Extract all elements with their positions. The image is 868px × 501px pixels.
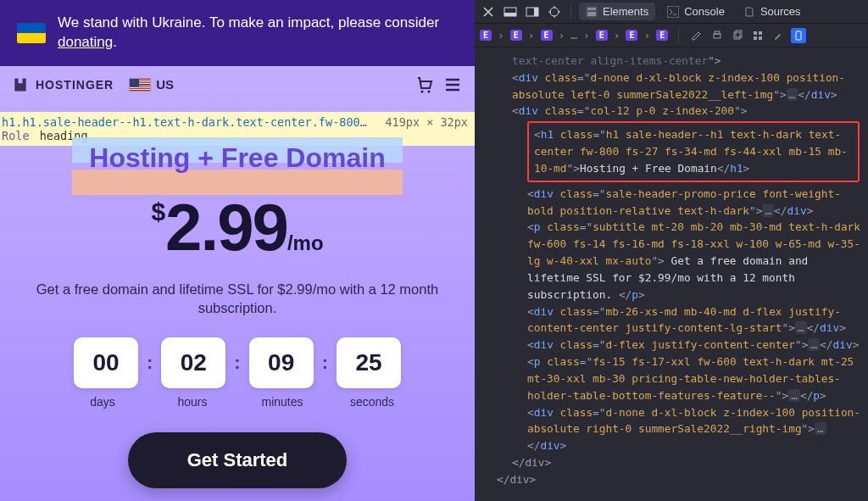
print-icon[interactable] [709,28,725,43]
banner-text-after: . [113,34,117,50]
dom-node[interactable]: <div class="d-flex justify-content-cente… [481,337,865,353]
timer-days: 00 [74,337,138,388]
dom-node[interactable]: <div class="sale-header-promo-price font… [481,186,865,220]
svg-rect-19 [796,31,801,40]
crumb-chip: E [480,30,492,41]
elements-tab-icon [586,6,598,18]
tab-elements-label: Elements [603,5,648,18]
tooltip-dimensions: 419px × 32px [385,115,473,129]
get-started-button[interactable]: Get Started [128,432,348,488]
svg-rect-16 [759,31,762,35]
tab-sources[interactable]: Sources [737,3,808,20]
crumb-chip: E [510,30,522,41]
svg-point-0 [420,90,423,92]
dom-node[interactable]: <p class="fs-15 fs-17-xxl fw-600 text-h-… [481,353,865,404]
tab-sources-label: Sources [760,5,801,18]
tab-elements[interactable]: Elements [579,3,655,20]
crumb-chip: E [596,30,608,41]
timer-colon: : [322,352,328,374]
sources-tab-icon [743,6,755,18]
hero: Hosting + Free Domain $2.99/mo Get a fre… [0,100,475,489]
label-days: days [70,395,135,409]
edit-icon[interactable] [689,28,704,43]
hostinger-logo-icon [12,76,29,93]
brand[interactable]: HOSTINGER [12,76,114,93]
svg-rect-13 [734,32,740,39]
crumb-chip: E [541,30,553,41]
svg-rect-11 [714,34,721,38]
ukraine-banner: We stand with Ukraine. To make an impact… [0,0,475,66]
svg-point-6 [550,8,559,16]
dom-node[interactable]: <p class="subtitle mt-20 mb-20 mb-30-md … [481,219,865,303]
inspect-icon[interactable] [546,3,563,20]
ukraine-flag-icon [17,23,46,43]
tooltip-role-key: Role [2,129,30,142]
price-period: /mo [287,231,324,254]
tab-console[interactable]: Console [660,3,732,20]
devtools-panel: Elements Console Sources E› E› E› …› E› … [475,0,868,501]
dom-tree[interactable]: text-center align-items-center"> <div cl… [475,47,868,501]
svg-rect-8 [587,8,596,10]
countdown-labels: days hours minutes seconds [0,395,475,409]
timer-colon: : [147,352,153,374]
hero-subtitle: Get a free domain and lifetime SSL for $… [34,280,441,318]
svg-rect-15 [754,31,757,35]
cart-icon[interactable] [414,75,434,95]
timer-seconds: 25 [337,337,401,388]
dom-node[interactable]: <div class="d-none d-xl-block z-index-10… [481,404,865,454]
dom-node[interactable]: <div class="col-12 p-0 z-index-200"> [481,103,865,120]
label-hours: hours [160,395,225,409]
page-headline: Hosting + Free Domain [72,142,402,174]
dom-close: </div> [481,471,865,488]
console-tab-icon [667,6,679,18]
dock-bottom-icon[interactable] [502,3,519,20]
price-amount: 2.99 [165,190,287,264]
devtools-breadcrumb-bar: E› E› E› …› E› E› E [475,24,868,47]
banner-text: We stand with Ukraine. To make an impact… [58,14,458,53]
brand-text: HOSTINGER [36,78,114,92]
dom-node-selected[interactable]: <h1 class="h1 sale-header--h1 text-h-dar… [481,121,865,181]
copy-icon[interactable] [730,28,745,43]
svg-rect-14 [736,31,742,37]
breadcrumb[interactable]: E› E› E› …› E› E› E [480,29,668,42]
svg-rect-12 [715,31,720,34]
close-icon[interactable] [480,3,497,20]
locale-code: US [156,77,174,92]
devtools-toolbar: Elements Console Sources [475,0,868,24]
crumb-chip: E [626,30,637,41]
svg-rect-3 [504,13,516,16]
timer-hours: 02 [161,337,225,388]
headline-highlight: Hosting + Free Domain [72,142,402,174]
device-icon[interactable] [791,28,806,43]
tooltip-selector: h1.h1.sale-header--h1.text-h-dark.text-c… [2,115,367,129]
svg-rect-5 [534,8,538,16]
dock-side-icon[interactable] [524,3,541,20]
price-currency: $ [151,198,165,225]
dom-node[interactable]: <div class="d-none d-xl-block z-index-10… [481,70,865,103]
crumb-ellipsis: … [570,29,577,42]
dom-node[interactable]: <div class="mb-26-xs-md mb-40-md d-flex … [481,303,865,337]
price: $2.99/mo [0,189,475,266]
timer-minutes: 09 [249,337,314,388]
eyedropper-icon[interactable] [771,28,786,43]
locale-selector[interactable]: US [129,77,174,92]
tab-console-label: Console [684,5,725,18]
crumb-chip: E [656,30,668,41]
svg-rect-18 [759,36,762,40]
countdown: 00 : 02 : 09 : 25 [0,337,475,388]
grid-icon[interactable] [750,28,765,43]
us-flag-icon [129,78,151,92]
svg-rect-9 [587,12,596,16]
donate-link[interactable]: donating [58,34,113,50]
svg-rect-17 [754,36,757,40]
banner-text-before: We stand with Ukraine. To make an impact… [58,14,439,31]
svg-rect-10 [667,6,679,18]
dom-line: text-center align-items-center"> [481,53,865,70]
svg-point-1 [427,90,430,92]
menu-icon[interactable] [442,75,463,95]
mobile-preview: We stand with Ukraine. To make an impact… [0,0,475,501]
label-seconds: seconds [340,395,404,409]
label-minutes: minutes [250,395,314,409]
dom-close: </div> [481,454,865,471]
timer-colon: : [234,352,240,374]
